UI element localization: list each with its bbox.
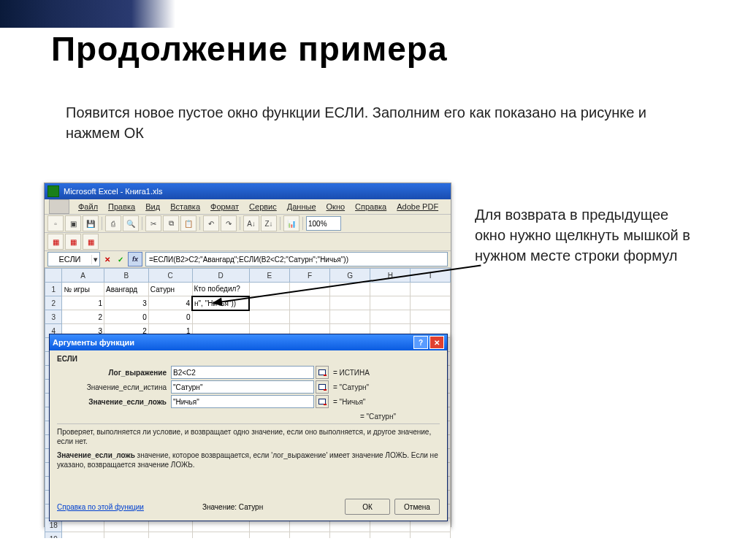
toolbar-sort-desc-icon[interactable]: Z↓ (261, 215, 277, 231)
row-header[interactable]: 1 (45, 283, 62, 296)
toolbar-copy-icon[interactable]: ⧉ (163, 215, 179, 231)
row-header[interactable]: 2 (45, 296, 62, 310)
range-picker-icon[interactable] (316, 395, 329, 408)
arg-result: = ИСТИНА (333, 369, 370, 377)
col-header[interactable]: E (249, 269, 289, 283)
slide-intro-text: Появится новое пустое окно функции ЕСЛИ.… (66, 102, 665, 143)
row-header[interactable]: 3 (45, 310, 62, 324)
cell[interactable]: 0 (148, 310, 192, 324)
cell[interactable]: 1 (62, 296, 104, 310)
formula-input[interactable]: =ЕСЛИ(B2>C2;"Авангард";ЕСЛИ(B2<C2;"Сатур… (145, 252, 448, 266)
cell[interactable]: 3 (104, 296, 149, 310)
cell[interactable]: Авангард (104, 283, 149, 296)
excel-title-text: Microsoft Excel - Книга1.xls (64, 187, 162, 196)
toolbar-cut-icon[interactable]: ✂ (145, 215, 161, 231)
range-picker-icon[interactable] (316, 366, 329, 379)
dialog-function-description: Проверяет, выполняется ли условие, и воз… (57, 423, 440, 446)
function-arguments-dialog: Аргументы функции ? ✕ ЕСЛИ Лог_выражение… (49, 334, 448, 521)
menu-help[interactable]: Справка (351, 201, 391, 212)
name-box-dropdown-icon[interactable]: ▾ (91, 255, 99, 264)
cell[interactable] (411, 310, 451, 324)
cell[interactable]: Сатурн (148, 283, 192, 296)
cell[interactable] (370, 310, 411, 324)
dialog-close-icon[interactable]: ✕ (430, 336, 444, 349)
arg-result: = "Ничья" (333, 398, 365, 406)
cancel-button[interactable]: Отмена (394, 499, 440, 515)
menu-system-icon[interactable] (49, 199, 69, 214)
menu-file[interactable]: Файл (74, 201, 102, 212)
toolbar-open-icon[interactable]: ▣ (65, 215, 81, 231)
arg-result: = "Сатурн" (333, 383, 369, 391)
dialog-help-icon[interactable]: ? (413, 336, 428, 349)
toolbar-preview-icon[interactable]: 🔍 (123, 215, 139, 231)
col-header[interactable]: B (104, 269, 149, 283)
toolbar-redo-icon[interactable]: ↷ (221, 215, 237, 231)
cell[interactable]: 2 (62, 310, 104, 324)
cell[interactable]: Кто победил? (192, 283, 249, 296)
dialog-title-text: Аргументы функции (53, 338, 134, 347)
col-header[interactable]: F (290, 269, 330, 283)
pdf-convert-icon[interactable]: ▦ (47, 234, 64, 250)
arg-label: Лог_выражение (57, 369, 171, 377)
excel-menubar: Файл Правка Вид Вставка Формат Сервис Да… (45, 199, 451, 215)
cell[interactable]: 4 (148, 296, 192, 310)
range-picker-icon[interactable] (316, 380, 329, 394)
formula-cancel-icon[interactable]: ✕ (102, 253, 113, 265)
fx-icon[interactable]: fx (128, 252, 142, 266)
menu-view[interactable]: Вид (141, 201, 164, 212)
toolbar-zoom[interactable]: 100% (306, 216, 341, 231)
arg-input-true[interactable] (171, 380, 314, 394)
dialog-titlebar[interactable]: Аргументы функции ? ✕ (50, 334, 447, 350)
name-box[interactable]: ЕСЛИ ▾ (47, 252, 100, 266)
excel-toolbar-standard: ▫ ▣ 💾 ⎙ 🔍 ✂ ⧉ 📋 ↶ ↷ A↓ Z↓ 📊 100% (45, 215, 451, 233)
cell[interactable] (411, 283, 451, 296)
cell[interactable] (370, 283, 411, 296)
slide-corner-fade (131, 0, 175, 28)
cell[interactable] (330, 310, 370, 324)
cell[interactable] (290, 296, 330, 310)
cell[interactable] (192, 310, 249, 324)
slide-title: Продолжение примера (51, 29, 448, 69)
ok-button[interactable]: ОК (345, 499, 390, 515)
col-header[interactable]: A (62, 269, 104, 283)
arg-input-false[interactable] (171, 395, 314, 408)
menu-format[interactable]: Формат (206, 201, 243, 212)
cell[interactable] (249, 296, 289, 310)
menu-insert[interactable]: Вставка (166, 201, 205, 212)
arg-label: Значение_если_ложь (57, 398, 171, 406)
slide-corner-decoration (0, 0, 131, 28)
col-header[interactable]: D (192, 269, 249, 283)
toolbar-save-icon[interactable]: 💾 (83, 215, 99, 231)
cell[interactable] (370, 296, 411, 310)
excel-app-icon (47, 185, 59, 197)
toolbar-sort-asc-icon[interactable]: A↓ (243, 215, 259, 231)
formula-confirm-icon[interactable]: ✓ (115, 253, 126, 265)
cell[interactable]: № игры (62, 283, 104, 296)
cell[interactable]: 0 (104, 310, 149, 324)
toolbar-print-icon[interactable]: ⎙ (105, 215, 121, 231)
cell[interactable] (249, 310, 289, 324)
dialog-help-link[interactable]: Справка по этой функции (57, 503, 144, 511)
cell[interactable] (290, 310, 330, 324)
cell[interactable] (330, 296, 370, 310)
col-header[interactable]: G (330, 269, 370, 283)
dialog-value-label: Значение: Сатурн (202, 503, 263, 511)
toolbar-paste-icon[interactable]: 📋 (180, 215, 196, 231)
arg-input-logical[interactable] (171, 366, 314, 379)
pdf-review-icon[interactable]: ▦ (83, 234, 99, 250)
pdf-mail-icon[interactable]: ▦ (65, 234, 81, 250)
col-header[interactable]: C (148, 269, 192, 283)
menu-data[interactable]: Данные (283, 201, 321, 212)
dialog-result-line: = "Сатурн" (57, 413, 440, 421)
menu-tools[interactable]: Сервис (245, 201, 281, 212)
menu-adobe[interactable]: Adobe PDF (392, 201, 443, 212)
menu-window[interactable]: Окно (322, 201, 350, 212)
toolbar-undo-icon[interactable]: ↶ (203, 215, 219, 231)
arg-label: Значение_если_истина (57, 383, 171, 391)
toolbar-chart-icon[interactable]: 📊 (283, 215, 299, 231)
dialog-function-name: ЕСЛИ (57, 355, 440, 363)
toolbar-new-icon[interactable]: ▫ (47, 215, 64, 231)
menu-edit[interactable]: Правка (104, 201, 140, 212)
dialog-arg-description: Значение_если_ложь значение, которое воз… (57, 450, 440, 469)
cell[interactable] (411, 296, 451, 310)
